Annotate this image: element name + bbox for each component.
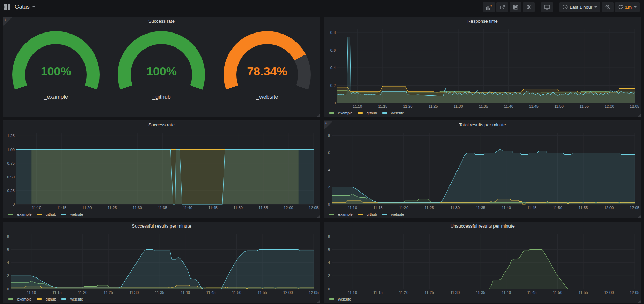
legend-item[interactable]: _example <box>329 111 353 115</box>
x-tick-label: 11:35 <box>476 290 485 295</box>
x-tick-label: 11:30 <box>133 206 142 210</box>
panel-successful-results: Successful results per minute 0246811:10… <box>3 222 320 303</box>
legend-swatch <box>382 112 387 114</box>
legend-swatch <box>37 214 42 215</box>
time-series-chart[interactable]: 0246811:1011:1511:2011:2511:3011:3511:40… <box>325 231 639 296</box>
legend-label: _example <box>336 111 353 115</box>
info-icon[interactable]: i <box>3 17 12 26</box>
dashboard-settings-button[interactable] <box>523 2 535 12</box>
legend-item[interactable]: _github <box>37 212 56 216</box>
panel-resize-handle[interactable] <box>317 300 320 303</box>
y-tick-label: 0.6 <box>330 48 336 52</box>
y-tick-label: 0.75 <box>7 161 15 165</box>
legend-swatch <box>37 298 42 300</box>
gauge-label: _example <box>44 94 68 100</box>
panel-title[interactable]: Success rate <box>3 17 320 25</box>
legend-label: _github <box>44 297 56 301</box>
x-tick-label: 11:45 <box>527 206 537 210</box>
panel-title[interactable]: Success rate <box>3 121 320 129</box>
gauge-value: 100% <box>12 65 100 78</box>
y-tick-label: 6 <box>328 247 330 251</box>
legend-item[interactable]: _github <box>37 297 56 301</box>
refresh-interval-label: 1m <box>625 5 632 10</box>
legend-item[interactable]: _website <box>382 111 404 115</box>
x-tick-label: 11:15 <box>373 290 383 295</box>
zoom-out-time-button[interactable] <box>602 2 614 12</box>
y-tick-label: 4 <box>328 168 330 172</box>
navbar: Gatus <box>0 0 644 14</box>
x-tick-label: 11:20 <box>403 104 413 109</box>
y-tick-label: 8 <box>7 234 9 238</box>
x-tick-label: 11:30 <box>450 206 460 210</box>
x-tick-label: 11:55 <box>258 290 267 295</box>
time-series-chart[interactable]: 00.250.500.751.001.2511:1011:1511:2011:2… <box>5 130 319 211</box>
x-tick-label: 11:20 <box>78 290 87 295</box>
legend-item[interactable]: _example <box>8 212 32 216</box>
time-range-picker[interactable]: Last 1 hour <box>559 2 600 12</box>
panel-resize-handle[interactable] <box>638 300 641 303</box>
save-dashboard-button[interactable] <box>510 2 521 12</box>
panel-unsuccessful-results: Unsuccessful results per minute 0246811:… <box>324 222 641 303</box>
panel-resize-handle[interactable] <box>638 215 641 218</box>
legend-label: _example <box>336 212 353 216</box>
x-tick-label: 12:00 <box>604 206 614 210</box>
time-series-chart[interactable]: 00.20.40.60.811:1011:1511:2011:2511:3011… <box>325 26 639 110</box>
legend-item[interactable]: _website <box>61 212 83 216</box>
y-tick-label: 0 <box>7 287 9 291</box>
legend-label: _github <box>365 212 377 216</box>
refresh-icon <box>618 5 623 9</box>
cycle-view-mode-button[interactable] <box>541 2 553 12</box>
x-tick-label: 11:45 <box>208 206 218 210</box>
add-panel-button[interactable] <box>483 2 495 12</box>
panel-title[interactable]: Successful results per minute <box>3 222 320 230</box>
legend-label: _website <box>389 111 404 115</box>
y-tick-label: 0.25 <box>7 188 15 193</box>
y-tick-label: 0.8 <box>330 30 336 35</box>
x-tick-label: 11:50 <box>232 290 241 295</box>
x-tick-label: 11:30 <box>129 290 139 295</box>
panel-resize-handle[interactable] <box>317 215 320 218</box>
legend-item[interactable]: _example <box>8 297 32 301</box>
gauge-label: _website <box>256 94 278 100</box>
legend-label: _website <box>389 212 404 216</box>
panel-title[interactable]: Response time <box>324 17 641 25</box>
info-icon[interactable]: i <box>324 121 333 130</box>
grafana-menu-icon[interactable] <box>4 4 11 10</box>
legend-item[interactable]: _github <box>358 111 377 115</box>
legend-swatch <box>358 214 363 215</box>
x-tick-label: 11:35 <box>158 206 167 210</box>
series-area-_website <box>332 149 635 204</box>
x-tick-label: 11:20 <box>399 290 408 295</box>
legend-label: _github <box>44 212 56 216</box>
x-tick-label: 11:30 <box>450 290 460 295</box>
refresh-picker[interactable]: 1m <box>615 2 640 12</box>
time-series-chart[interactable]: 0246811:1011:1511:2011:2511:3011:3511:40… <box>5 231 319 296</box>
legend-item[interactable]: _example <box>329 212 353 216</box>
y-tick-label: 2 <box>328 274 330 278</box>
y-tick-label: 6 <box>328 151 330 155</box>
legend-item[interactable]: _website <box>329 297 351 301</box>
legend-label: _example <box>15 212 32 216</box>
dashboard-title-dropdown[interactable]: Gatus <box>15 4 35 10</box>
x-tick-label: 11:20 <box>399 206 408 210</box>
y-tick-label: 1.00 <box>7 148 15 152</box>
chevron-down-icon <box>634 6 637 8</box>
y-tick-label: 4 <box>328 260 330 265</box>
x-tick-label: 11:30 <box>454 104 463 109</box>
legend-item[interactable]: _website <box>382 212 404 216</box>
panel-resize-handle[interactable] <box>317 114 320 117</box>
y-tick-label: 0 <box>328 202 330 206</box>
x-tick-label: 11:10 <box>27 290 36 295</box>
panel-title[interactable]: Unsuccessful results per minute <box>324 222 641 230</box>
time-series-chart[interactable]: 0246811:1011:1511:2011:2511:3011:3511:40… <box>325 130 639 211</box>
series-area-_website <box>11 250 314 289</box>
legend-swatch <box>329 112 334 114</box>
legend-item[interactable]: _github <box>358 212 377 216</box>
panel-resize-handle[interactable] <box>638 114 641 117</box>
legend-item[interactable]: _website <box>61 297 83 301</box>
x-tick-label: 11:55 <box>579 104 589 109</box>
y-tick-label: 8 <box>328 234 330 238</box>
gauge-value: 100% <box>118 65 205 78</box>
panel-title[interactable]: Total results per minute <box>324 121 641 129</box>
share-dashboard-button[interactable] <box>496 2 508 12</box>
